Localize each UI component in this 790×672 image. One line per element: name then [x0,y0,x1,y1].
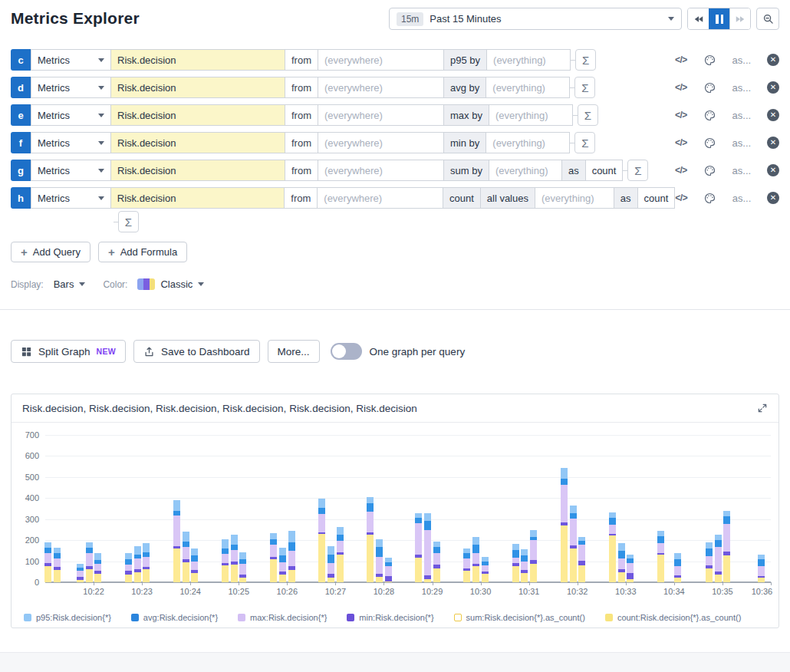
close-icon[interactable]: ✕ [767,54,779,66]
alias-as-button[interactable]: as... [732,110,752,121]
bar[interactable] [472,537,479,582]
alias-as-button[interactable]: as... [732,82,752,94]
shift-back-button[interactable] [688,8,709,29]
bar[interactable] [134,546,141,582]
close-icon[interactable]: ✕ [767,81,779,94]
color-palette-dropdown[interactable]: Classic [134,278,207,290]
legend-item[interactable]: p95:Risk.decision{*} [24,613,111,622]
bar[interactable] [222,539,229,582]
group-by-input[interactable]: (everything) [486,77,570,98]
scope-input[interactable]: (everywhere) [318,49,444,71]
alias-as-button[interactable]: as... [732,54,752,66]
shift-forward-button[interactable] [729,8,750,29]
bar[interactable] [125,553,132,582]
bar[interactable] [627,555,634,582]
bar[interactable] [318,499,325,582]
one-graph-per-query-toggle[interactable] [331,343,362,360]
code-icon[interactable]: </> [675,54,687,65]
add-query-button[interactable]: + Add Query [11,242,91,262]
more-button[interactable]: More... [268,340,320,363]
metric-input[interactable]: Risk.decision [110,77,285,98]
bar[interactable] [231,535,238,583]
bar[interactable] [367,497,374,582]
palette-icon[interactable] [703,137,716,150]
legend-item[interactable]: min:Risk.decision{*} [347,613,433,622]
scope-input[interactable]: (everywhere) [318,160,444,181]
group-by-input[interactable]: (everything) [489,160,562,181]
expand-icon[interactable] [757,403,768,413]
source-select[interactable]: Metrics [31,160,111,181]
aggregator-dropdown[interactable]: min by [443,132,486,153]
close-icon[interactable]: ✕ [767,137,779,149]
save-to-dashboard-button[interactable]: Save to Dashboard [133,340,260,363]
palette-icon[interactable] [703,192,716,205]
sigma-function-button[interactable]: Σ [578,104,598,126]
metric-input[interactable]: Risk.decision [110,49,285,71]
bar[interactable] [463,548,470,582]
group-by-input[interactable]: (everything) [486,49,571,71]
bar[interactable] [570,506,577,582]
count-unit-box[interactable]: count [585,160,624,181]
bar[interactable] [706,542,713,582]
bar[interactable] [173,500,180,582]
bar[interactable] [674,553,681,582]
bar[interactable] [521,549,528,582]
metric-input[interactable]: Risk.decision [110,187,285,209]
source-select[interactable]: Metrics [31,77,111,98]
bar[interactable] [715,535,722,582]
sigma-function-button[interactable]: Σ [574,77,595,98]
bar[interactable] [376,539,383,582]
bar[interactable] [530,530,537,582]
bar[interactable] [143,543,150,582]
time-range-picker[interactable]: 15m Past 15 Minutes [389,8,682,30]
bar[interactable] [657,531,664,582]
palette-icon[interactable] [703,164,716,177]
bar[interactable] [385,558,392,582]
display-type-dropdown[interactable]: Bars [51,278,89,290]
palette-icon[interactable] [703,81,716,94]
source-select[interactable]: Metrics [31,187,111,209]
bar[interactable] [77,564,84,582]
alias-as-button[interactable]: as... [732,137,752,149]
bar[interactable] [183,532,189,582]
bar[interactable] [288,531,295,582]
scope-input[interactable]: (everywhere) [317,187,443,209]
palette-icon[interactable] [703,54,716,67]
bar[interactable] [482,557,489,582]
bar[interactable] [54,548,61,582]
legend-item[interactable]: avg:Risk.decision{*} [131,613,218,622]
bar[interactable] [86,542,93,582]
metric-input[interactable]: Risk.decision [110,132,285,153]
metric-input[interactable]: Risk.decision [110,104,285,126]
bar[interactable] [424,513,431,582]
code-icon[interactable]: </> [675,110,687,120]
source-select[interactable]: Metrics [31,104,111,126]
bar[interactable] [561,468,568,582]
scope-input[interactable]: (everywhere) [318,104,444,126]
bar[interactable] [415,513,422,582]
bar[interactable] [433,542,440,582]
close-icon[interactable]: ✕ [767,109,779,121]
bar[interactable] [618,543,625,582]
code-icon[interactable]: </> [675,82,687,93]
split-graph-button[interactable]: Split Graph NEW [11,340,126,363]
bar[interactable] [723,511,730,582]
code-icon[interactable]: </> [675,165,687,176]
aggregator-dropdown[interactable]: sum by [443,160,489,181]
bar[interactable] [328,546,334,582]
bar-chart-plot[interactable]: 010020030040050060070010:2210:2310:2410:… [45,435,771,582]
legend-item[interactable]: count:Risk.decision{*}.as_count() [605,613,741,622]
aggregator-mode-dropdown[interactable]: all values [480,187,535,209]
close-icon[interactable]: ✕ [767,192,779,204]
bar[interactable] [44,542,51,582]
aggregator-dropdown[interactable]: p95 by [443,49,487,71]
zoom-out-button[interactable] [756,8,779,30]
bar[interactable] [270,533,277,582]
as-label[interactable]: as [561,160,586,181]
scope-input[interactable]: (everywhere) [318,77,444,98]
bar[interactable] [337,527,344,582]
alias-as-button[interactable]: as... [732,193,752,204]
source-select[interactable]: Metrics [31,49,111,71]
group-by-input[interactable]: (everything) [489,104,573,126]
sigma-function-button[interactable]: Σ [575,49,596,71]
